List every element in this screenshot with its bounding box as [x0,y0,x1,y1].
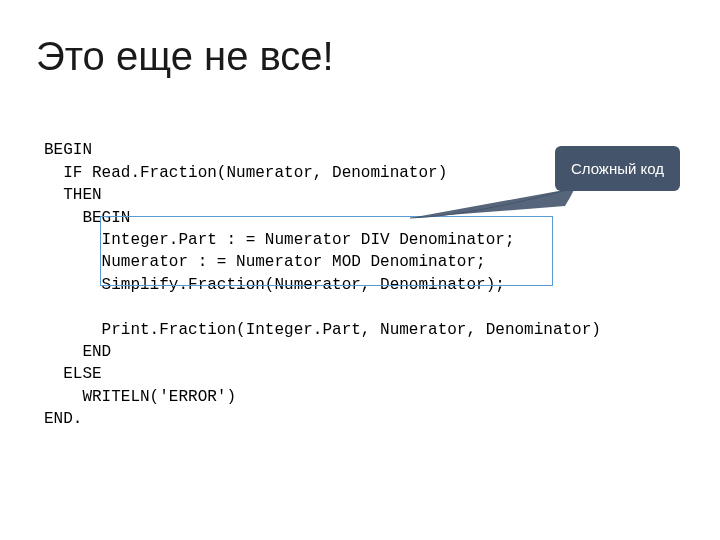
code-line: Print.Fraction(Integer.Part, Numerator, … [44,321,601,339]
code-line: Integer.Part : = Numerator DIV Denominat… [44,231,514,249]
code-line: IF Read.Fraction(Numerator, Denominator) [44,164,447,182]
callout-label: Сложный код [555,146,680,191]
code-line: BEGIN [44,209,130,227]
code-line: WRITELN('ERROR') [44,388,236,406]
code-line: END [44,343,111,361]
code-block: BEGIN IF Read.Fraction(Numerator, Denomi… [0,79,720,430]
code-line: Simplify.Fraction(Numerator, Denominator… [44,276,505,294]
code-line: END. [44,410,82,428]
slide-title: Это еще не все! [0,0,720,79]
code-line: THEN [44,186,102,204]
code-line: Numerator : = Numerator MOD Denominator; [44,253,486,271]
code-line: BEGIN [44,141,92,159]
code-line: ELSE [44,365,102,383]
